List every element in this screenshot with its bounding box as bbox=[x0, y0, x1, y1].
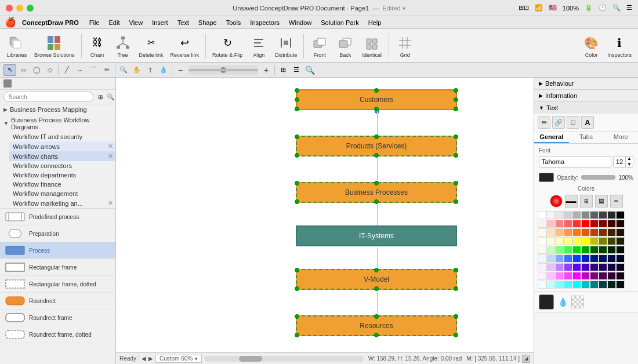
color-swatch[interactable] bbox=[599, 237, 607, 245]
menu-shape[interactable]: Shape bbox=[194, 19, 222, 26]
eyedropper-btn[interactable]: 💧 bbox=[556, 296, 569, 308]
color-swatch[interactable] bbox=[572, 263, 581, 271]
shape-item-rect-frame[interactable]: Rectangular frame bbox=[0, 259, 115, 276]
workflow-arrows-close[interactable]: ✕ bbox=[108, 143, 113, 150]
workflow-charts-close[interactable]: ✕ bbox=[108, 152, 113, 160]
node-customers[interactable]: Customers bbox=[296, 89, 457, 110]
menu-file[interactable]: File bbox=[85, 19, 104, 26]
nav-item-workflow-departments[interactable]: Workflow departments bbox=[9, 170, 115, 180]
toolbar-rotate-flip[interactable]: ↻ Rotate & Flip bbox=[209, 32, 245, 59]
color-swatch[interactable] bbox=[538, 228, 546, 236]
color-swatch[interactable] bbox=[590, 263, 599, 271]
color-swatch[interactable] bbox=[564, 272, 572, 280]
color-swatch[interactable] bbox=[564, 228, 572, 236]
color-swatch[interactable] bbox=[590, 272, 599, 280]
color-swatch[interactable] bbox=[564, 237, 572, 245]
color-swatch[interactable] bbox=[607, 211, 616, 219]
color-swatch[interactable] bbox=[607, 228, 616, 236]
color-swatch[interactable] bbox=[564, 254, 572, 263]
nav-section-bpwd[interactable]: ▼ Business Process Workflow Diagrams bbox=[0, 115, 115, 132]
zoom-slider[interactable] bbox=[188, 65, 258, 75]
color-swatch[interactable] bbox=[581, 263, 590, 271]
tool-pencil[interactable]: ✏ bbox=[100, 64, 113, 76]
toolbar-grid[interactable]: Grid bbox=[393, 32, 417, 59]
color-swatch[interactable] bbox=[572, 254, 581, 263]
color-swatch[interactable] bbox=[564, 211, 572, 219]
search-btn[interactable]: 🔍 bbox=[106, 92, 115, 101]
color-swatch[interactable] bbox=[616, 237, 625, 245]
color-swatch[interactable] bbox=[572, 220, 581, 228]
font-size-value[interactable]: 12 bbox=[614, 158, 625, 165]
color-swatch[interactable] bbox=[607, 281, 616, 289]
color-swatch[interactable] bbox=[607, 254, 616, 263]
color-swatch[interactable] bbox=[581, 228, 590, 236]
zoom-out-btn[interactable]: − bbox=[174, 64, 187, 76]
color-swatch[interactable] bbox=[538, 254, 546, 263]
color-swatch[interactable] bbox=[546, 281, 555, 289]
color-swatch[interactable] bbox=[555, 281, 564, 289]
menu-solution-park[interactable]: Solution Park bbox=[316, 19, 363, 26]
menu-insert[interactable]: Insert bbox=[147, 19, 173, 26]
color-swatch[interactable] bbox=[546, 228, 555, 236]
shape-item-roundrect-dotted[interactable]: Roundrect frame, dotted bbox=[0, 326, 115, 343]
color-swatch[interactable] bbox=[564, 220, 572, 228]
tool-hand[interactable]: ✋ bbox=[130, 64, 143, 76]
nav-item-workflow-connectors[interactable]: Workflow connectors bbox=[9, 161, 115, 170]
color-swatch[interactable] bbox=[546, 254, 555, 263]
menu-text[interactable]: Text bbox=[173, 19, 194, 26]
tool-rect[interactable]: ▭ bbox=[17, 64, 30, 76]
tool-bezier[interactable]: ⌒ bbox=[87, 64, 100, 76]
color-swatch[interactable] bbox=[538, 211, 546, 219]
behaviour-header[interactable]: ▶ Behaviour bbox=[534, 78, 638, 89]
color-swatch[interactable] bbox=[538, 237, 546, 245]
color-swatch[interactable] bbox=[616, 281, 625, 289]
format-icon-link[interactable]: 🔗 bbox=[552, 116, 565, 129]
node-resources[interactable]: Resources bbox=[296, 315, 457, 336]
tool-grid-small[interactable]: ⊞ bbox=[277, 64, 289, 76]
tab-tabs[interactable]: Tabs bbox=[569, 132, 604, 143]
toolbar-inspectors[interactable]: ℹ Inspectors bbox=[604, 32, 635, 59]
color-swatch[interactable] bbox=[555, 263, 564, 271]
tool-diamond[interactable]: ◇ bbox=[44, 64, 56, 76]
color-swatch[interactable] bbox=[555, 272, 564, 280]
dropdown-arrow[interactable]: ▾ bbox=[403, 5, 405, 12]
color-swatch[interactable] bbox=[607, 246, 616, 254]
font-name-selector[interactable]: Tahoma bbox=[539, 156, 611, 168]
scroll-right-btn[interactable]: ▶ bbox=[148, 355, 153, 362]
color-wheel-btn[interactable] bbox=[550, 195, 563, 208]
color-swatch[interactable] bbox=[607, 220, 616, 228]
workflow-marketing-close[interactable]: ✕ bbox=[108, 199, 113, 207]
zoom-display[interactable]: Custom 60% ▾ bbox=[155, 355, 202, 363]
nav-item-workflow-charts[interactable]: Workflow charts ✕ bbox=[9, 151, 115, 161]
h-scrollbar-track[interactable] bbox=[204, 356, 364, 362]
color-swatch[interactable] bbox=[555, 254, 564, 263]
font-size-down[interactable]: ▼ bbox=[626, 162, 633, 168]
color-swatch[interactable] bbox=[616, 228, 625, 236]
color-swatch[interactable] bbox=[546, 263, 555, 271]
search-icon[interactable]: 🔍 bbox=[612, 4, 621, 12]
color-swatch[interactable] bbox=[555, 228, 564, 236]
color-swatch[interactable] bbox=[572, 281, 581, 289]
color-swatch[interactable] bbox=[555, 220, 564, 228]
color-swatch[interactable] bbox=[607, 237, 616, 245]
text-header[interactable]: ▼ Text bbox=[534, 102, 638, 114]
color-pencil-btn[interactable]: ✏ bbox=[610, 195, 623, 208]
toolbar-browse-solutions[interactable]: Browse Solutions bbox=[31, 32, 78, 59]
color-swatch[interactable] bbox=[607, 272, 616, 280]
color-swatch[interactable] bbox=[581, 246, 590, 254]
font-size-up[interactable]: ▲ bbox=[626, 156, 633, 162]
color-swatch[interactable] bbox=[616, 272, 625, 280]
format-icon-text[interactable]: A bbox=[581, 116, 594, 129]
toolbar-delete-link[interactable]: ✂ Delete link bbox=[136, 32, 166, 59]
color-swatch[interactable] bbox=[616, 211, 625, 219]
color-swatch[interactable] bbox=[538, 220, 546, 228]
tool-zoom-in[interactable]: 🔍 bbox=[117, 64, 130, 76]
nav-item-workflow-it[interactable]: Workflow IT and security bbox=[9, 132, 115, 141]
color-swatch[interactable] bbox=[581, 254, 590, 263]
menu-tools[interactable]: Tools bbox=[222, 19, 246, 26]
tab-general[interactable]: General bbox=[534, 132, 569, 143]
tab-more[interactable]: More bbox=[603, 132, 638, 143]
node-products[interactable]: Products (Services) bbox=[296, 136, 457, 156]
format-icon-pen[interactable]: ✏ bbox=[538, 116, 550, 129]
menu-view[interactable]: View bbox=[125, 19, 148, 26]
